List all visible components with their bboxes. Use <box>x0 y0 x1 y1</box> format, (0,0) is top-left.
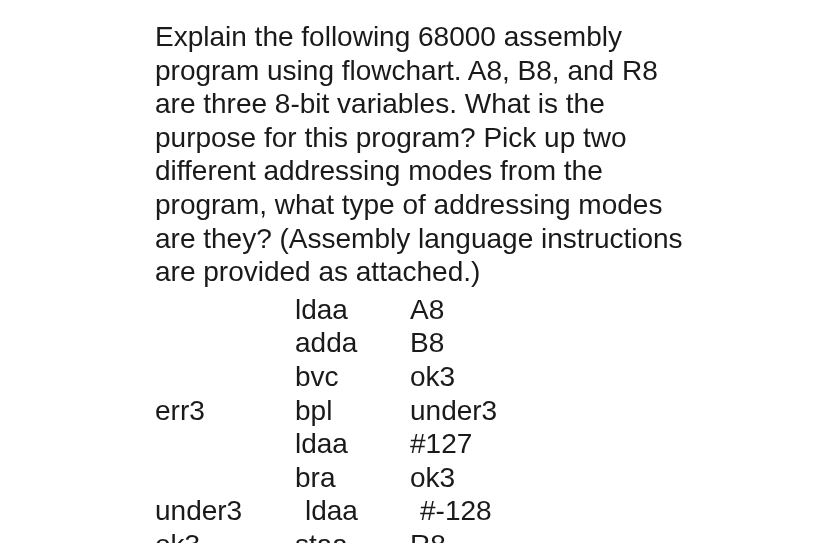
code-opcode: staa <box>295 528 410 543</box>
code-operand: ok3 <box>410 461 768 495</box>
code-label: ok3 <box>155 528 295 543</box>
code-operand: R8 <box>410 528 768 543</box>
code-opcode: ldaa <box>295 494 420 528</box>
code-opcode: bvc <box>295 360 410 394</box>
question-line: program, what type of addressing modes <box>155 189 662 220</box>
code-line: bra ok3 <box>155 461 768 495</box>
code-label <box>155 427 295 461</box>
code-label <box>155 360 295 394</box>
question-line: Explain the following 68000 assembly <box>155 21 622 52</box>
code-operand: under3 <box>410 394 768 428</box>
code-label <box>155 326 295 360</box>
assembly-code-block: ldaa A8 adda B8 bvc ok3 err3 bpl under3 … <box>155 293 768 543</box>
question-text: Explain the following 68000 assembly pro… <box>155 20 768 289</box>
code-operand: B8 <box>410 326 768 360</box>
code-line: adda B8 <box>155 326 768 360</box>
code-operand: #-128 <box>420 494 768 528</box>
question-line: different addressing modes from the <box>155 155 603 186</box>
question-line: program using flowchart. A8, B8, and R8 <box>155 55 658 86</box>
code-line: ldaa #127 <box>155 427 768 461</box>
code-opcode: ldaa <box>295 427 410 461</box>
question-line: purpose for this program? Pick up two <box>155 122 627 153</box>
code-operand: A8 <box>410 293 768 327</box>
code-label <box>155 461 295 495</box>
question-line: are they? (Assembly language instruction… <box>155 223 683 254</box>
code-opcode: ldaa <box>295 293 410 327</box>
code-line: ok3 staa R8 <box>155 528 768 543</box>
code-line: err3 bpl under3 <box>155 394 768 428</box>
code-label <box>155 293 295 327</box>
code-line: bvc ok3 <box>155 360 768 394</box>
code-opcode: adda <box>295 326 410 360</box>
code-line: under3 ldaa #-128 <box>155 494 768 528</box>
question-line: are three 8-bit variables. What is the <box>155 88 605 119</box>
code-label: under3 <box>155 494 295 528</box>
code-opcode: bra <box>295 461 410 495</box>
code-operand: #127 <box>410 427 768 461</box>
document-content: Explain the following 68000 assembly pro… <box>0 0 828 543</box>
code-opcode: bpl <box>295 394 410 428</box>
code-label: err3 <box>155 394 295 428</box>
question-line: are provided as attached.) <box>155 256 480 287</box>
code-line: ldaa A8 <box>155 293 768 327</box>
code-operand: ok3 <box>410 360 768 394</box>
